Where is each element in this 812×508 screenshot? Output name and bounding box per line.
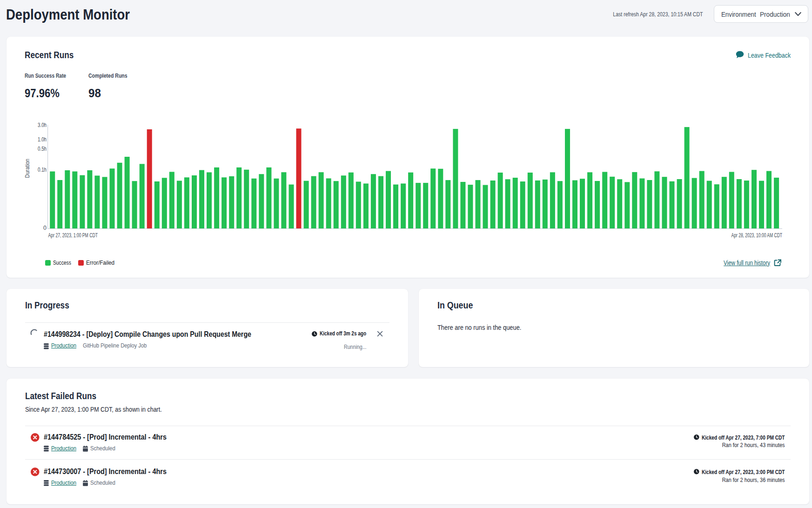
svg-text:Duration: Duration (24, 159, 31, 178)
svg-text:Apr 27, 2023, 1:00 PM CDT: Apr 27, 2023, 1:00 PM CDT (48, 232, 98, 239)
svg-text:1.0h: 1.0h (38, 136, 47, 143)
svg-text:3.0h: 3.0h (38, 122, 47, 128)
svg-text:0: 0 (43, 225, 47, 231)
svg-text:Apr 28, 2023, 10:00 AM CDT: Apr 28, 2023, 10:00 AM CDT (731, 232, 783, 239)
svg-text:0.5h: 0.5h (38, 146, 47, 152)
svg-text:0.1h: 0.1h (38, 167, 47, 173)
